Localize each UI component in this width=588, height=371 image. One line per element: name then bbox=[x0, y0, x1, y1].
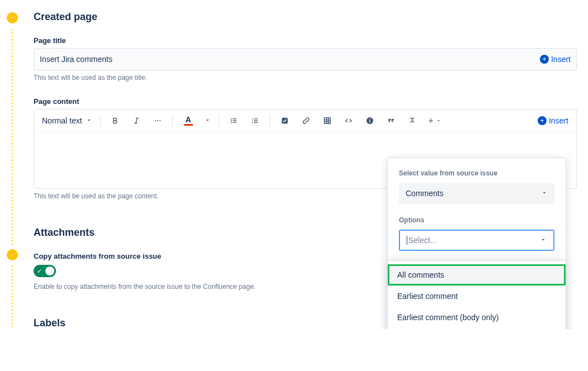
timeline-gutter bbox=[0, 11, 34, 329]
svg-rect-10 bbox=[254, 118, 258, 119]
bullet-list-button[interactable] bbox=[227, 114, 241, 127]
text-style-select[interactable]: Normal text bbox=[42, 116, 92, 125]
svg-point-1 bbox=[157, 120, 158, 121]
text-style-label: Normal text bbox=[42, 116, 82, 125]
plus-icon: + bbox=[540, 55, 549, 64]
more-formatting-button[interactable] bbox=[151, 114, 164, 127]
svg-text:3: 3 bbox=[252, 121, 253, 124]
options-dropdown: All comments Earliest comment Earliest c… bbox=[387, 260, 566, 329]
separator bbox=[100, 115, 101, 127]
chevron-down-icon bbox=[86, 116, 92, 125]
copy-attachments-toggle[interactable]: ✓ bbox=[34, 265, 56, 277]
chevron-down-icon bbox=[540, 236, 547, 245]
separator bbox=[172, 115, 173, 127]
separator bbox=[270, 115, 270, 127]
plus-icon: + bbox=[538, 116, 547, 125]
options-select[interactable]: Select... bbox=[399, 230, 554, 251]
quote-button[interactable] bbox=[384, 114, 398, 127]
text-color-button[interactable]: A bbox=[181, 114, 196, 127]
section-collapse-icon[interactable] bbox=[7, 249, 18, 260]
chevron-down-icon bbox=[541, 189, 548, 198]
bold-button[interactable] bbox=[109, 114, 122, 127]
svg-point-0 bbox=[155, 120, 156, 121]
insert-label: Insert bbox=[549, 116, 568, 125]
insert-value-popover: Select value from source issue Comments … bbox=[387, 158, 566, 263]
insert-label: Insert bbox=[551, 55, 571, 64]
svg-rect-12 bbox=[254, 120, 258, 121]
insert-button-title[interactable]: + Insert bbox=[540, 55, 571, 64]
chevron-down-icon[interactable] bbox=[204, 116, 211, 126]
svg-rect-15 bbox=[281, 118, 288, 124]
svg-point-5 bbox=[231, 120, 232, 121]
svg-point-2 bbox=[159, 120, 161, 121]
option-earliest-comment-body[interactable]: Earliest comment (body only) bbox=[388, 307, 566, 328]
source-issue-label: Select value from source issue bbox=[399, 169, 554, 177]
option-latest-comment[interactable]: Latest comment bbox=[388, 328, 566, 329]
numbered-list-button[interactable]: 123 bbox=[248, 114, 262, 127]
timeline-line bbox=[12, 27, 13, 247]
timeline-line bbox=[12, 264, 13, 329]
table-button[interactable] bbox=[321, 114, 334, 127]
option-earliest-comment[interactable]: Earliest comment bbox=[388, 286, 566, 307]
add-more-button[interactable] bbox=[427, 114, 441, 127]
source-issue-select[interactable]: Comments bbox=[399, 183, 554, 204]
svg-rect-22 bbox=[369, 120, 370, 123]
link-button[interactable] bbox=[299, 114, 313, 127]
svg-rect-6 bbox=[233, 120, 237, 121]
text-cursor bbox=[407, 236, 407, 245]
info-button[interactable] bbox=[363, 114, 377, 127]
code-button[interactable] bbox=[342, 114, 355, 127]
page-content-label: Page content bbox=[34, 97, 577, 106]
italic-button[interactable] bbox=[130, 114, 143, 127]
separator bbox=[219, 115, 219, 127]
svg-rect-14 bbox=[254, 122, 258, 123]
svg-rect-8 bbox=[233, 122, 237, 123]
editor-toolbar: Normal text A bbox=[34, 110, 576, 132]
options-placeholder: Select... bbox=[408, 236, 437, 245]
page-title-label: Page title bbox=[34, 36, 577, 45]
section-heading-created-page: Created page bbox=[34, 11, 577, 23]
page-title-input-row: + Insert bbox=[34, 48, 577, 70]
svg-point-23 bbox=[369, 118, 370, 120]
option-all-comments[interactable]: All comments bbox=[388, 264, 566, 286]
toggle-knob bbox=[45, 267, 54, 275]
page-title-input[interactable] bbox=[40, 49, 540, 70]
decision-button[interactable] bbox=[406, 114, 419, 127]
action-item-button[interactable] bbox=[278, 114, 291, 127]
section-collapse-icon[interactable] bbox=[7, 12, 18, 23]
svg-rect-16 bbox=[324, 118, 330, 124]
check-icon: ✓ bbox=[37, 268, 42, 275]
source-issue-value: Comments bbox=[406, 189, 444, 198]
svg-rect-4 bbox=[233, 118, 237, 119]
options-label: Options bbox=[399, 216, 554, 224]
page-title-helper: This text will be used as the page title… bbox=[34, 74, 577, 82]
svg-point-7 bbox=[231, 122, 232, 123]
insert-button-content[interactable]: + Insert bbox=[538, 116, 568, 125]
svg-point-3 bbox=[231, 118, 232, 120]
